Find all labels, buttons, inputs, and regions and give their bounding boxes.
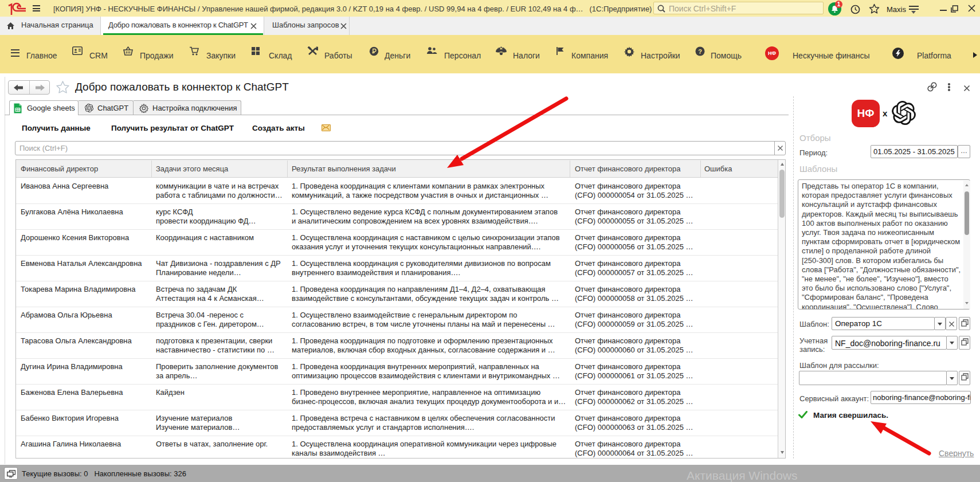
svg-text:?: ? [698,48,702,55]
